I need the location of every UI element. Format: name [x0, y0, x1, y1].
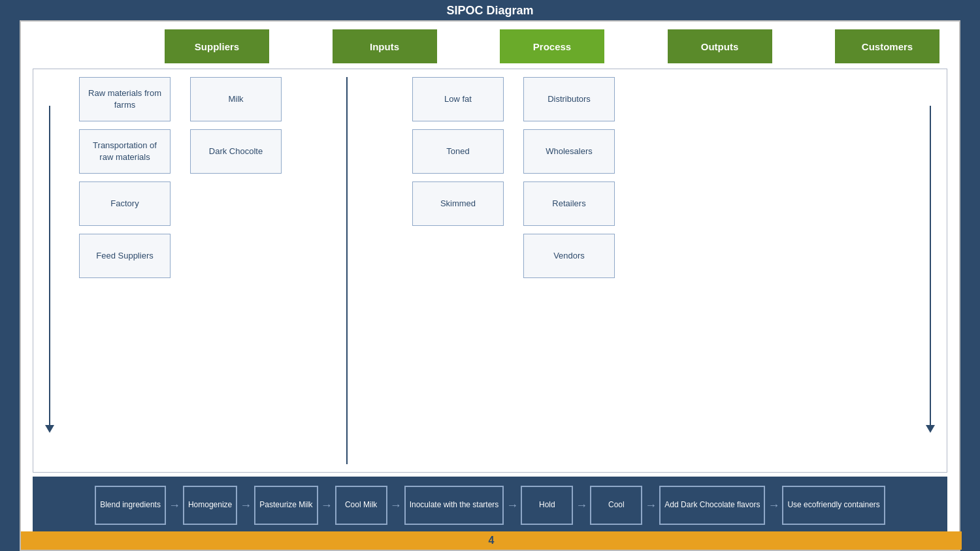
flow-arrow-3: →	[321, 499, 333, 512]
sipoc-cols: Raw materials from farms Transportation …	[66, 69, 914, 472]
supplier-1: Raw materials from farms	[79, 77, 171, 121]
sipoc-header: Suppliers Inputs Process Outputs Custome…	[21, 22, 959, 63]
main-area: Suppliers Inputs Process Outputs Custome…	[20, 20, 960, 551]
process-col	[295, 77, 399, 464]
page-number: 4	[489, 535, 495, 546]
title-bar: SIPOC Diagram	[0, 0, 980, 20]
supplier-4: Feed Suppliers	[79, 234, 171, 278]
customers-header: Customers	[835, 29, 939, 63]
right-vert-arrow	[926, 106, 935, 433]
process-flow: Blend ingredients → Homogenize → Pasteur…	[33, 477, 947, 531]
input-1: Milk	[190, 77, 282, 121]
output-1: Low fat	[412, 77, 504, 121]
flow-step-1: Blend ingredients	[95, 486, 166, 525]
customer-3: Retailers	[523, 181, 615, 226]
flow-step-4: Cool Milk	[335, 486, 387, 525]
input-2: Dark Chocolte	[190, 129, 282, 174]
flow-step-8: Add Dark Chocolate flavors	[659, 486, 765, 525]
customer-1: Distributors	[523, 77, 615, 121]
left-vert-arrow	[45, 106, 54, 433]
vert-line-right	[930, 106, 931, 425]
inputs-header: Inputs	[333, 29, 437, 63]
flow-step-2: Homogenize	[183, 486, 237, 525]
arrow-down-right	[926, 425, 935, 433]
outputs-header: Outputs	[668, 29, 772, 63]
customer-2: Wholesalers	[523, 129, 615, 174]
supplier-3: Factory	[79, 181, 171, 226]
process-header: Process	[500, 29, 604, 63]
flow-step-7: Cool	[590, 486, 642, 525]
customers-col: Distributors Wholesalers Retailers Vendo…	[517, 77, 621, 464]
flow-arrow-4: →	[390, 499, 402, 512]
suppliers-col: Raw materials from farms Transportation …	[73, 77, 177, 464]
arrow-down-left	[45, 425, 54, 433]
inputs-col: Milk Dark Chocolte	[184, 77, 288, 464]
flow-arrow-8: →	[768, 499, 779, 512]
vert-line-left	[49, 106, 50, 425]
customer-4: Vendors	[523, 234, 615, 278]
process-line	[346, 77, 348, 464]
flow-arrow-5: →	[506, 499, 518, 512]
suppliers-header: Suppliers	[165, 29, 269, 63]
diagram-title: SIPOC Diagram	[0, 4, 980, 18]
flow-arrow-6: →	[576, 499, 587, 512]
flow-arrow-2: →	[240, 499, 252, 512]
header-spacer	[34, 29, 165, 63]
outputs-col: Low fat Toned Skimmed	[406, 77, 510, 464]
supplier-2: Transportation of raw materials	[79, 129, 171, 174]
left-arrow-col	[33, 69, 66, 472]
flow-arrow-7: →	[645, 499, 657, 512]
flow-step-3: Pasteurize Milk	[254, 486, 318, 525]
flow-arrow-1: →	[169, 499, 180, 512]
output-2: Toned	[412, 129, 504, 174]
flow-step-9: Use ecofriendly containers	[782, 486, 885, 525]
content-area: Raw materials from farms Transportation …	[33, 69, 947, 473]
flow-step-5: Inoculate with the starters	[404, 486, 504, 525]
page-bar: 4	[21, 531, 962, 550]
right-arrow-col	[914, 69, 947, 472]
flow-step-6: Hold	[521, 486, 573, 525]
output-3: Skimmed	[412, 181, 504, 226]
header-cols: Suppliers Inputs Process Outputs Custome…	[165, 29, 946, 63]
